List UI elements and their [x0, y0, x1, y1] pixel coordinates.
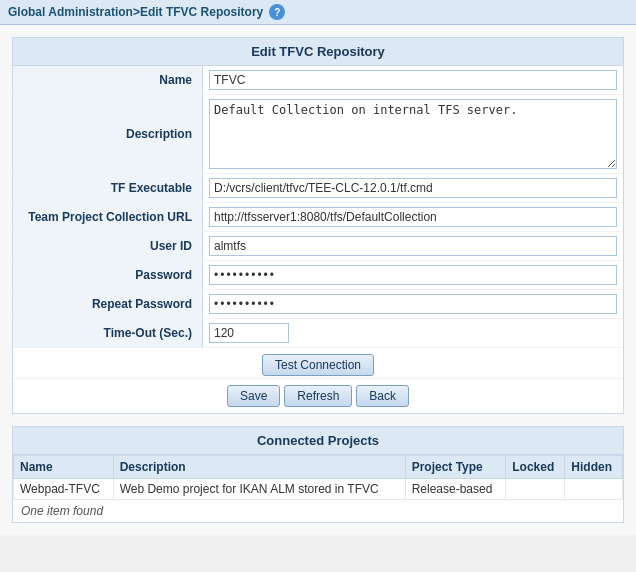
description-textarea[interactable]: Default Collection on internal TFS serve… [209, 99, 617, 169]
team-project-row: Team Project Collection URL [13, 203, 623, 232]
name-label: Name [13, 66, 203, 94]
form-panel-title: Edit TFVC Repository [13, 38, 623, 66]
cell-locked [506, 479, 565, 500]
cell-name: Webpad-TFVC [14, 479, 114, 500]
back-button[interactable]: Back [356, 385, 409, 407]
col-hidden: Hidden [565, 456, 623, 479]
user-id-input[interactable] [209, 236, 617, 256]
password-input[interactable] [209, 265, 617, 285]
timeout-label: Time-Out (Sec.) [13, 319, 203, 347]
table-row: Webpad-TFVCWeb Demo project for IKAN ALM… [14, 479, 623, 500]
password-value-cell [203, 261, 623, 289]
test-connection-row: Test Connection [13, 348, 623, 378]
tf-executable-input[interactable] [209, 178, 617, 198]
cell-description: Web Demo project for IKAN ALM stored in … [113, 479, 405, 500]
description-row: Description Default Collection on intern… [13, 95, 623, 174]
test-connection-button[interactable]: Test Connection [262, 354, 374, 376]
timeout-row: Time-Out (Sec.) [13, 319, 623, 348]
tf-executable-row: TF Executable [13, 174, 623, 203]
password-label: Password [13, 261, 203, 289]
user-id-label: User ID [13, 232, 203, 260]
projects-footer: One item found [13, 500, 623, 522]
timeout-input[interactable] [209, 323, 289, 343]
refresh-button[interactable]: Refresh [284, 385, 352, 407]
cell-hidden [565, 479, 623, 500]
repeat-password-input[interactable] [209, 294, 617, 314]
main-content: Edit TFVC Repository Name Description De… [0, 25, 636, 535]
repeat-password-value-cell [203, 290, 623, 318]
breadcrumb-bar: Global Administration>Edit TFVC Reposito… [0, 0, 636, 25]
repeat-password-label: Repeat Password [13, 290, 203, 318]
name-row: Name [13, 66, 623, 95]
team-project-label: Team Project Collection URL [13, 203, 203, 231]
name-value-cell [203, 66, 623, 94]
action-buttons-row: Save Refresh Back [13, 378, 623, 413]
connected-projects-title: Connected Projects [13, 427, 623, 455]
team-project-input[interactable] [209, 207, 617, 227]
projects-table: Name Description Project Type Locked Hid… [13, 455, 623, 500]
col-project-type: Project Type [405, 456, 506, 479]
help-icon[interactable]: ? [269, 4, 285, 20]
cell-project_type: Release-based [405, 479, 506, 500]
col-description: Description [113, 456, 405, 479]
description-label: Description [13, 95, 203, 173]
save-button[interactable]: Save [227, 385, 280, 407]
col-name: Name [14, 456, 114, 479]
connected-projects-panel: Connected Projects Name Description Proj… [12, 426, 624, 523]
edit-form-panel: Edit TFVC Repository Name Description De… [12, 37, 624, 414]
table-header-row: Name Description Project Type Locked Hid… [14, 456, 623, 479]
password-row: Password [13, 261, 623, 290]
team-project-value-cell [203, 203, 623, 231]
user-id-value-cell [203, 232, 623, 260]
description-value-cell: Default Collection on internal TFS serve… [203, 95, 623, 173]
col-locked: Locked [506, 456, 565, 479]
breadcrumb: Global Administration>Edit TFVC Reposito… [8, 5, 263, 19]
tf-executable-label: TF Executable [13, 174, 203, 202]
name-input[interactable] [209, 70, 617, 90]
tf-executable-value-cell [203, 174, 623, 202]
user-id-row: User ID [13, 232, 623, 261]
repeat-password-row: Repeat Password [13, 290, 623, 319]
timeout-value-cell [203, 319, 623, 347]
